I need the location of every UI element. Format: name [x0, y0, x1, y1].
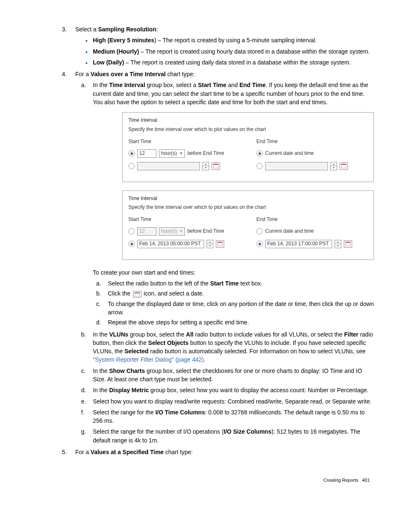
step-number: 4.	[62, 70, 67, 78]
start-time-group: Start Time 12 hour(s)▼ before End Time	[128, 138, 240, 174]
time-unit-dropdown[interactable]: hour(s)▼	[159, 227, 185, 236]
start-date-input[interactable]	[137, 162, 200, 170]
panel-desc: Specify the time interval over which to …	[128, 126, 368, 133]
chevron-down-icon: ▼	[179, 229, 183, 234]
sub-num: d.	[81, 386, 86, 394]
step-3: 3. Select a Sampling Resolution: High (E…	[75, 25, 374, 67]
before-label: before End Time	[187, 150, 224, 157]
end-date-input[interactable]: Feb 14, 2013 17:00:00 PST	[265, 240, 332, 248]
sub-text: Select the range for the number of I/O o…	[93, 428, 360, 443]
step-number: 5.	[62, 448, 67, 456]
calendar-icon	[133, 291, 141, 298]
time-interval-panel-2: Time Interval Specify the time interval …	[122, 190, 374, 260]
step-4f: f. Select the range for the I/O Time Col…	[93, 408, 374, 425]
end-absolute-radio[interactable]	[256, 241, 263, 247]
step-number: 3.	[62, 25, 67, 33]
end-current-label: Current date and time	[265, 228, 314, 235]
own-steps: a. Select the radio button to the left o…	[93, 279, 374, 326]
end-current-label: Current date and time	[265, 150, 314, 157]
end-time-label: End Time	[256, 216, 368, 223]
svg-rect-9	[135, 293, 140, 293]
main-list: 3. Select a Sampling Resolution: High (E…	[25, 25, 374, 456]
sub-num: b.	[81, 330, 86, 339]
own-d: d.Repeat the above steps for setting a s…	[108, 318, 374, 326]
sub-text: In the Time Interval group box, select a…	[93, 82, 368, 105]
own-c: c.To change the displayed date or time, …	[108, 300, 374, 317]
svg-rect-3	[341, 164, 346, 165]
own-b: b. Click the icon, and select a date.	[108, 289, 374, 298]
step-text: For a Values at a Specified Time chart t…	[75, 449, 193, 455]
end-current-radio[interactable]	[256, 150, 263, 157]
list-item: High (Every 5 minutes) – The report is c…	[93, 36, 374, 44]
end-time-label: End Time	[256, 138, 368, 145]
sub-num: a.	[81, 81, 86, 89]
panel-desc: Specify the time interval over which to …	[128, 204, 368, 211]
calendar-icon[interactable]	[216, 240, 224, 248]
start-absolute-row: Feb 14, 2013 05:00:00 PST ▲▼	[128, 239, 240, 249]
page-number: 401	[362, 478, 370, 483]
step-4g: g. Select the range for the number of I/…	[93, 427, 374, 445]
footer-label: Creating Reports	[323, 478, 358, 483]
step-text: Select a Sampling Resolution:	[75, 26, 158, 33]
sub-text: Select the range for the I/O Time Column…	[93, 409, 365, 424]
sub-num: e.	[81, 397, 86, 406]
calendar-icon[interactable]	[212, 162, 220, 170]
start-absolute-row: ▲▼	[128, 162, 240, 171]
spinner-icon[interactable]: ▲▼	[330, 162, 337, 170]
end-absolute-radio[interactable]	[256, 163, 263, 169]
calendar-icon[interactable]	[344, 240, 352, 248]
sub-num: f.	[81, 408, 84, 416]
end-current-row: Current date and time	[256, 227, 368, 236]
sub-text: Select how you want to display read/writ…	[93, 398, 371, 405]
page-footer: Creating Reports 401	[25, 477, 374, 484]
list-item: Medium (Hourly) – The report is created …	[93, 47, 374, 56]
end-absolute-row: ▲▼	[256, 162, 368, 171]
end-time-group: End Time Current date and time Feb 14, 2…	[256, 216, 368, 252]
own-intro: To create your own start and end times:	[93, 268, 374, 277]
start-absolute-radio[interactable]	[128, 241, 135, 247]
sub-num: c.	[81, 367, 86, 375]
list-item: Low (Daily) – The report is created usin…	[93, 58, 374, 67]
calendar-icon[interactable]	[340, 162, 348, 170]
hours-before-input[interactable]: 12	[137, 227, 156, 236]
own-a: a. Select the radio button to the left o…	[108, 279, 374, 288]
svg-rect-5	[217, 242, 223, 243]
start-time-group: Start Time 12 hour(s)▼ before End Time	[128, 216, 240, 252]
end-current-row: Current date and time	[256, 149, 368, 158]
end-time-group: End Time Current date and time ▲▼	[256, 138, 368, 174]
chevron-down-icon: ▼	[179, 151, 183, 156]
step-text: For a Values over a Time Interval chart …	[75, 71, 194, 77]
panel-title: Time Interval	[128, 195, 368, 202]
spinner-icon[interactable]: ▲▼	[335, 240, 341, 248]
spinner-icon[interactable]: ▲▼	[202, 162, 209, 170]
start-date-input[interactable]: Feb 14, 2013 05:00:00 PST	[137, 240, 204, 248]
step-4-sub: a. In the Time Interval group box, selec…	[75, 81, 374, 445]
hours-before-input[interactable]: 12	[137, 149, 156, 158]
end-absolute-row: Feb 14, 2013 17:00:00 PST ▲▼	[256, 239, 368, 249]
sub-text: In the Show Charts group box, select the…	[93, 368, 362, 383]
end-date-input[interactable]	[265, 162, 328, 170]
spinner-icon[interactable]: ▲▼	[207, 240, 213, 248]
end-current-radio[interactable]	[256, 228, 263, 234]
start-relative-radio[interactable]	[128, 150, 135, 157]
start-time-label: Start Time	[128, 216, 240, 223]
svg-rect-7	[345, 242, 350, 243]
start-relative-row: 12 hour(s)▼ before End Time	[128, 149, 240, 158]
start-time-label: Start Time	[128, 138, 240, 145]
before-label: before End Time	[187, 228, 224, 235]
sampling-options: High (Every 5 minutes) – The report is c…	[75, 36, 374, 67]
start-absolute-radio[interactable]	[128, 163, 135, 169]
step-4: 4. For a Values over a Time Interval cha…	[75, 70, 374, 445]
sub-text: In the Display Metric group box, select …	[93, 387, 368, 393]
step-4e: e.Select how you want to display read/wr…	[93, 397, 374, 406]
sub-num: g.	[81, 427, 86, 436]
time-interval-figures: Time Interval Specify the time interval …	[122, 112, 374, 260]
time-interval-panel-1: Time Interval Specify the time interval …	[122, 112, 374, 182]
panel-title: Time Interval	[128, 117, 368, 124]
time-unit-dropdown[interactable]: hour(s)▼	[159, 149, 185, 158]
sub-text: In the VLUNs group box, select the All r…	[93, 331, 373, 363]
step-4c: c. In the Show Charts group box, select …	[93, 367, 374, 384]
start-relative-radio[interactable]	[128, 228, 135, 234]
step-5: 5. For a Values at a Specified Time char…	[75, 448, 374, 456]
filter-dialog-link[interactable]: "System Reporter Filter Dialog" (page 44…	[93, 356, 204, 363]
